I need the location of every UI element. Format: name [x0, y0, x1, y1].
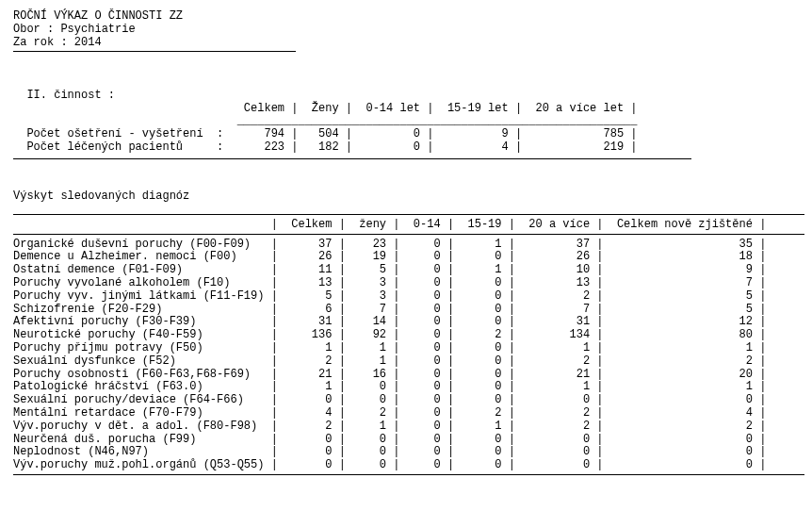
obor-line: Obor : Psychiatrie — [13, 23, 799, 36]
diag-row: Neplodnost (N46,N97) | 0 | 0 | 0 | 0 | 0… — [13, 446, 799, 459]
diag-row: Demence u Alzheimer. nemoci (F00) | 26 |… — [13, 251, 799, 264]
rok-value: 2014 — [74, 36, 102, 49]
diag-row: Výv.poruchy muž.pohl.orgánů (Q53-Q55) | … — [13, 459, 799, 472]
section2-cols: Celkem | Ženy | 0-14 let | 15-19 let | 2… — [13, 103, 799, 116]
section2-title: II. činnost : — [26, 90, 139, 103]
diag-row: Patologické hráčství (F63.0) | 1 | 0 | 0… — [13, 381, 799, 394]
diag-row: Neurčená duš. porucha (F99) | 0 | 0 | 0 … — [13, 434, 799, 447]
diag-row: Poruchy vyv. jinými látkami (F11-F19) | … — [13, 290, 799, 304]
diag-row: Ostatní demence (F01-F09) | 11 | 5 | 0 |… — [13, 264, 799, 277]
divider — [13, 214, 804, 215]
divider — [13, 234, 804, 235]
diag-cols: | Celkem | ženy | 0-14 | 15-19 | 20 a ví… — [13, 219, 799, 232]
report-title: ROČNÍ VÝKAZ O ČINNOSTI ZZ — [13, 9, 799, 23]
report-header: ROČNÍ VÝKAZ O ČINNOSTI ZZ Obor : Psychia… — [13, 9, 799, 49]
diag-row: Afektivní poruchy (F30-F39) | 31 | 14 | … — [13, 316, 799, 329]
section2-row-0: Počet ošetření - vyšetření : 794 | 504 |… — [13, 128, 799, 141]
diag-row: Schizofrenie (F20-F29) | 6 | 7 | 0 | 0 |… — [13, 304, 799, 317]
section2-underline: ________________________________________… — [13, 115, 799, 128]
divider — [13, 51, 296, 52]
obor-value: Psychiatrie — [60, 23, 135, 36]
diag-row: Poruchy vyvolané alkoholem (F10) | 13 | … — [13, 277, 799, 290]
diag-row: Poruchy příjmu potravy (F50) | 1 | 1 | 0… — [13, 342, 799, 355]
diag-row: Sexuální dysfunkce (F52) | 2 | 1 | 0 | 0… — [13, 355, 799, 369]
diag-row: Mentální retardace (F70-F79) | 4 | 2 | 0… — [13, 407, 799, 420]
diag-title: Výskyt sledovaných diagnóz — [13, 190, 799, 203]
diag-row: Neurotické poruchy (F40-F59) | 136 | 92 … — [13, 329, 799, 342]
diag-row: Výv.poruchy v dět. a adol. (F80-F98) | 2… — [13, 420, 799, 434]
rok-label: Za rok : — [13, 36, 68, 49]
divider — [13, 474, 804, 475]
diag-row: Poruchy osobnosti (F60-F63,F68-F69) | 21… — [13, 369, 799, 382]
diag-row: Sexuální poruchy/deviace (F64-F66) | 0 |… — [13, 394, 799, 407]
diag-row: Organické duševní poruchy (F00-F09) | 37… — [13, 239, 799, 252]
section2-row-1: Počet léčených pacientů : 223 | 182 | 0 … — [13, 141, 799, 155]
obor-label: Obor : — [13, 23, 54, 36]
divider — [13, 158, 691, 159]
section2-header-row: II. činnost : — [13, 76, 799, 103]
rok-line: Za rok : 2014 — [13, 36, 799, 49]
